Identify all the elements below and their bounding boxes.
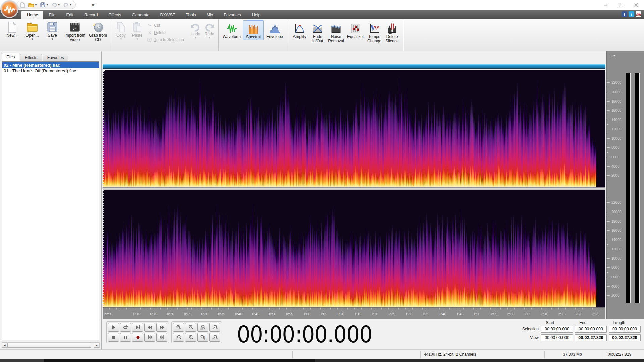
transport-control-bar: 100 [ ] 00:00:00.000 Start End Length Se… — [102, 319, 644, 349]
noise-removal-button[interactable]: Noise Removal — [326, 20, 346, 44]
facebook-icon[interactable]: f — [622, 11, 627, 17]
time-ruler[interactable]: hms 0:100:150:200:250:300:350:400:450:50… — [103, 307, 605, 319]
redo-button[interactable]: ▼ — [63, 2, 72, 8]
file-list-item[interactable]: 01 - The Heat's Off (Remastered).flac — [2, 68, 99, 74]
file-list-horizontal-scrollbar[interactable]: ◀ ▶ — [2, 342, 100, 348]
zoom-vertical-out-button[interactable] — [209, 333, 220, 342]
fast-forward-button[interactable] — [156, 323, 167, 332]
new-file-button[interactable] — [20, 2, 25, 8]
scrollbar-thumb[interactable] — [7, 343, 91, 348]
amplify-button[interactable]: Amplify — [290, 20, 309, 40]
play-button[interactable] — [108, 323, 119, 332]
zoom-in-alt-button[interactable] — [185, 333, 196, 342]
file-list: 02 - Mine (Remastered).flac 01 - The Hea… — [2, 61, 99, 340]
scroll-left-arrow[interactable]: ◀ — [2, 343, 7, 348]
selection-end-field[interactable]: 00:00:00.000 — [575, 326, 607, 333]
svg-text:100: 100 — [200, 328, 203, 330]
open-button[interactable]: Open... ▼ — [22, 20, 42, 41]
zoom-100-button[interactable]: 100 — [197, 323, 208, 332]
spectrogram-channel-right[interactable] — [103, 190, 605, 307]
tempo-change-button[interactable]: Tempo Change — [365, 20, 383, 44]
zoom-out-button[interactable] — [185, 323, 196, 332]
tab-home[interactable]: Home — [21, 11, 43, 19]
selection-length-field[interactable]: 00:00:00.000 — [609, 326, 641, 333]
spectral-view-button[interactable]: Spectral — [243, 20, 264, 40]
waveform-view-button[interactable]: Waveform — [221, 20, 243, 40]
stop-button[interactable] — [108, 333, 119, 342]
frequency-tick — [607, 221, 610, 222]
view-end-field[interactable]: 00:02:27.829 — [575, 334, 607, 341]
tab-file[interactable]: File — [43, 11, 61, 19]
close-button[interactable] — [629, 0, 644, 10]
zoom-controls: 100 [ ] — [171, 321, 222, 343]
pause-button[interactable] — [120, 333, 131, 342]
minimize-button[interactable] — [598, 0, 613, 10]
save-button[interactable]: ▼ — [40, 2, 49, 8]
tab-edit[interactable]: Edit — [61, 11, 79, 19]
selection-start-field[interactable]: 00:00:00.000 — [541, 326, 573, 333]
zoom-to-selection-button[interactable]: [ — [173, 333, 184, 342]
trim-to-selection-button[interactable]: Trim to Selection — [147, 37, 186, 42]
ruler-tick-label: 1:50 — [473, 312, 480, 316]
tab-tools[interactable]: Tools — [181, 11, 201, 19]
frequency-tick — [607, 254, 608, 254]
frequency-tick — [607, 212, 610, 212]
tab-favorites[interactable]: Favorites — [43, 54, 68, 61]
frequency-tick — [607, 198, 608, 198]
envelope-view-button[interactable]: Envelope — [264, 20, 286, 40]
frequency-label: 2000 — [611, 173, 619, 177]
delete-silence-button[interactable]: Delete Silence — [383, 20, 401, 44]
app-logo[interactable] — [1, 0, 18, 18]
spectrogram-channel-left[interactable] — [103, 70, 605, 187]
tab-record[interactable]: Record — [79, 11, 103, 19]
tab-help[interactable]: Help — [247, 11, 266, 19]
rewind-button[interactable] — [144, 323, 155, 332]
tab-files[interactable]: Files — [2, 53, 19, 61]
maximize-button[interactable] — [613, 0, 629, 10]
twitter-icon[interactable]: t — [629, 11, 634, 17]
import-from-video-button[interactable]: ♪♪ Import from Video — [62, 20, 87, 43]
go-to-end-button[interactable] — [156, 333, 167, 342]
paste-button[interactable]: Paste ▼ — [129, 20, 145, 41]
zoom-out-alt-button[interactable]: ] — [197, 333, 208, 342]
undo-button-large[interactable]: Undo ▼ — [188, 20, 202, 40]
fade-in-out-button[interactable]: Fade In/Out — [309, 20, 326, 44]
zoom-in-button[interactable] — [173, 323, 184, 332]
redo-button-large[interactable]: Redo ▼ — [202, 20, 216, 40]
overview-scrollbar[interactable] — [103, 64, 605, 69]
loop-button[interactable] — [120, 323, 131, 332]
customize-toolbar-button[interactable]: ▬▼ — [90, 2, 96, 8]
save-button-large[interactable]: Save ▼ — [42, 20, 62, 41]
scrollbar-track[interactable] — [91, 343, 94, 348]
open-file-button[interactable]: ▼ — [28, 2, 37, 8]
file-list-item[interactable]: 02 - Mine (Remastered).flac — [2, 62, 99, 68]
ribbon-tab-bar: Home File Edit Record Effects Generate D… — [0, 10, 644, 19]
delete-button[interactable]: ✕ Delete — [147, 30, 186, 35]
record-button[interactable] — [132, 333, 143, 342]
tab-mix[interactable]: Mix — [201, 11, 218, 19]
tab-effects[interactable]: Effects — [20, 54, 42, 61]
channel-separator[interactable] — [103, 187, 605, 190]
zoom-vertical-in-button[interactable] — [209, 323, 220, 332]
view-length-field[interactable]: 00:02:27.829 — [609, 334, 641, 341]
scroll-right-arrow[interactable]: ▶ — [94, 343, 99, 348]
copy-button[interactable]: Copy ▼ — [113, 20, 129, 41]
grab-from-cd-button[interactable]: ♪ Grab from CD — [87, 20, 109, 43]
view-start-field[interactable]: 00:00:00.000 — [541, 334, 573, 341]
new-button[interactable]: New... — [2, 20, 22, 38]
tab-dxvst[interactable]: DX/VST — [155, 11, 180, 19]
playhead-marker[interactable] — [103, 70, 106, 73]
cut-button[interactable]: ✂ Cut — [147, 23, 186, 28]
frequency-label: 4000 — [611, 164, 619, 168]
button-label: Amplify — [293, 35, 306, 39]
frequency-label: 4000 — [611, 284, 619, 288]
tab-generate[interactable]: Generate — [126, 11, 155, 19]
youtube-icon[interactable]: YouTube — [636, 11, 641, 17]
tab-favorites[interactable]: Favorites — [218, 11, 246, 19]
tab-effects[interactable]: Effects — [103, 11, 126, 19]
ruler-tick-label: 2:20 — [575, 312, 582, 316]
equalizer-button[interactable]: Equalizer — [346, 20, 365, 40]
undo-button[interactable]: ▼ — [52, 2, 60, 8]
go-to-start-button[interactable] — [144, 333, 155, 342]
play-to-end-button[interactable] — [132, 323, 143, 332]
